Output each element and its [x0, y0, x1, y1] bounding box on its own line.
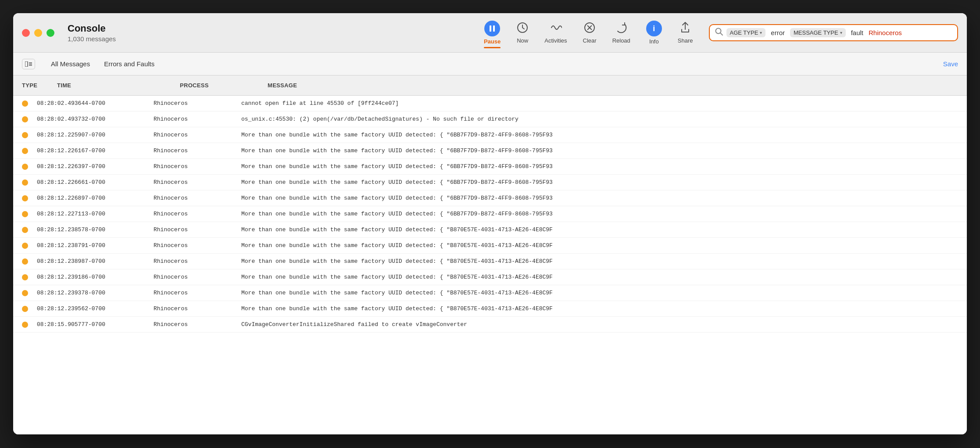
table-row[interactable]: 08:28:12.238987-0700 Rhinoceros More tha…: [13, 254, 967, 269]
fault-dot: [22, 258, 28, 265]
table-row[interactable]: 08:28:12.226397-0700 Rhinoceros More tha…: [13, 159, 967, 175]
log-process: Rhinoceros: [154, 290, 241, 296]
fault-dot: [22, 211, 28, 217]
table-row[interactable]: 08:28:12.238791-0700 Rhinoceros More tha…: [13, 238, 967, 254]
log-time: 08:28:02.493732-0700: [37, 116, 154, 122]
svg-rect-8: [25, 61, 28, 67]
log-time: 08:28:02.493644-0700: [37, 100, 154, 107]
log-time: 08:28:12.238791-0700: [37, 242, 154, 249]
search-icon: [715, 28, 723, 38]
log-time: 08:28:12.226897-0700: [37, 195, 154, 201]
log-time: 08:28:12.226167-0700: [37, 147, 154, 154]
search-input[interactable]: [869, 29, 952, 36]
all-messages-tab[interactable]: All Messages: [44, 57, 97, 70]
log-time: 08:28:12.226397-0700: [37, 163, 154, 170]
log-process: Rhinoceros: [154, 305, 241, 312]
process-column-header: Process: [180, 82, 268, 89]
now-button[interactable]: Now: [509, 19, 536, 47]
log-message: More than one bundle with the same facto…: [241, 195, 958, 201]
log-process: Rhinoceros: [154, 132, 241, 138]
all-messages-label: All Messages: [51, 60, 90, 68]
fault-dot: [22, 306, 28, 312]
clock-icon: [516, 22, 529, 36]
table-row[interactable]: 08:28:12.226167-0700 Rhinoceros More tha…: [13, 143, 967, 159]
pause-button[interactable]: Pause: [477, 18, 508, 47]
error-filter-text: error: [771, 29, 785, 36]
table-row[interactable]: 08:28:12.226661-0700 Rhinoceros More tha…: [13, 175, 967, 190]
log-time: 08:28:12.239186-0700: [37, 274, 154, 280]
app-title-section: Console 1,030 messages: [68, 23, 116, 43]
fault-dot: [22, 322, 28, 328]
table-row[interactable]: 08:28:12.239562-0700 Rhinoceros More tha…: [13, 301, 967, 317]
log-message: More than one bundle with the same facto…: [241, 290, 958, 296]
app-title: Console: [68, 23, 116, 34]
clear-icon: [583, 22, 596, 36]
save-label: Save: [943, 60, 958, 68]
clear-button[interactable]: Clear: [576, 19, 604, 47]
info-button[interactable]: i Info: [639, 18, 669, 47]
share-button[interactable]: Share: [671, 19, 700, 47]
app-subtitle: 1,030 messages: [68, 35, 116, 43]
console-window: Console 1,030 messages Pause: [13, 13, 967, 434]
table-row[interactable]: 08:28:15.905777-0700 Rhinoceros CGvImage…: [13, 317, 967, 333]
age-type-chevron-icon: ▾: [760, 30, 762, 35]
log-process: Rhinoceros: [154, 163, 241, 170]
search-bar[interactable]: AGE TYPE ▾ error MESSAGE TYPE ▾ fault: [709, 24, 958, 41]
log-process: Rhinoceros: [154, 195, 241, 201]
fault-dot: [22, 179, 28, 186]
titlebar: Console 1,030 messages Pause: [13, 13, 967, 53]
log-message: More than one bundle with the same facto…: [241, 258, 958, 265]
fault-dot: [22, 274, 28, 280]
table-row[interactable]: 08:28:12.226897-0700 Rhinoceros More tha…: [13, 190, 967, 206]
type-column-header: Type: [22, 82, 57, 89]
table-row[interactable]: 08:28:12.239378-0700 Rhinoceros More tha…: [13, 285, 967, 301]
activities-button[interactable]: Activities: [537, 19, 574, 47]
log-process: Rhinoceros: [154, 258, 241, 265]
log-time: 08:28:12.239378-0700: [37, 290, 154, 296]
reload-icon: [615, 22, 627, 36]
table-row[interactable]: 08:28:12.238578-0700 Rhinoceros More tha…: [13, 222, 967, 238]
message-type-filter[interactable]: MESSAGE TYPE ▾: [790, 28, 846, 37]
log-message: More than one bundle with the same facto…: [241, 132, 958, 138]
log-message: More than one bundle with the same facto…: [241, 226, 958, 233]
column-headers: Type Time Process Message: [13, 75, 967, 96]
close-button[interactable]: [22, 29, 30, 37]
fault-dot: [22, 100, 28, 107]
window-controls: [22, 29, 54, 37]
fault-filter-text: fault: [851, 29, 863, 36]
errors-faults-label: Errors and Faults: [104, 60, 154, 68]
log-process: Rhinoceros: [154, 179, 241, 186]
table-row[interactable]: 08:28:02.493644-0700 Rhinoceros cannot o…: [13, 96, 967, 111]
log-process: Rhinoceros: [154, 116, 241, 122]
table-row[interactable]: 08:28:02.493732-0700 Rhinoceros os_unix.…: [13, 111, 967, 127]
message-column-header: Message: [268, 82, 958, 89]
table-row[interactable]: 08:28:12.227113-0700 Rhinoceros More tha…: [13, 206, 967, 222]
table-row[interactable]: 08:28:12.239186-0700 Rhinoceros More tha…: [13, 269, 967, 285]
fault-dot: [22, 132, 28, 138]
log-time: 08:28:12.225907-0700: [37, 132, 154, 138]
log-process: Rhinoceros: [154, 321, 241, 328]
log-time: 08:28:15.905777-0700: [37, 321, 154, 328]
log-process: Rhinoceros: [154, 242, 241, 249]
minimize-button[interactable]: [34, 29, 42, 37]
errors-faults-tab[interactable]: Errors and Faults: [97, 57, 161, 70]
toolbar: Pause Now Activities: [477, 18, 700, 47]
log-message: More than one bundle with the same facto…: [241, 211, 958, 217]
filter-bar: All Messages Errors and Faults Save: [13, 53, 967, 75]
activities-icon: [550, 22, 562, 36]
table-row[interactable]: 08:28:12.225907-0700 Rhinoceros More tha…: [13, 127, 967, 143]
fault-dot: [22, 148, 28, 154]
save-button[interactable]: Save: [943, 60, 958, 68]
log-process: Rhinoceros: [154, 274, 241, 280]
fault-dot: [22, 227, 28, 233]
pause-icon: [484, 21, 500, 36]
now-label: Now: [517, 37, 528, 44]
log-process: Rhinoceros: [154, 100, 241, 107]
log-time: 08:28:12.226661-0700: [37, 179, 154, 186]
maximize-button[interactable]: [46, 29, 54, 37]
svg-line-7: [720, 33, 722, 35]
sidebar-toggle-button[interactable]: [22, 59, 35, 69]
reload-label: Reload: [612, 37, 630, 44]
reload-button[interactable]: Reload: [605, 19, 637, 47]
age-type-filter[interactable]: AGE TYPE ▾: [726, 28, 766, 37]
